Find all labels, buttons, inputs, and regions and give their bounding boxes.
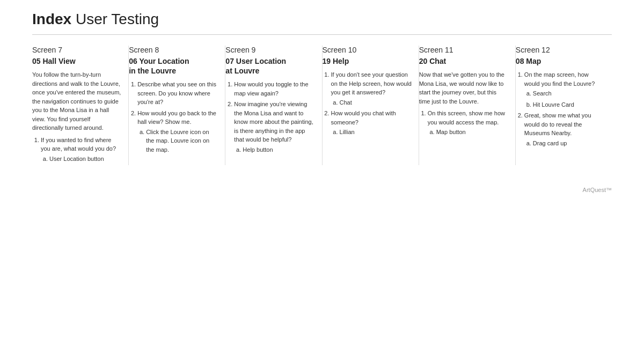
sub-list-item: Help button bbox=[243, 145, 315, 154]
sub-list-item: Lillian bbox=[340, 128, 412, 137]
sub-list-item: Hit Louvre Card bbox=[533, 100, 605, 109]
items-list-3: How would you toggle to the map view aga… bbox=[225, 80, 315, 154]
page-title: Index User Testing bbox=[32, 11, 612, 35]
screen-body-3: How would you toggle to the map view aga… bbox=[225, 80, 315, 154]
sub-items-list: Lillian bbox=[331, 128, 412, 137]
column-4: Screen 1019 HelpIf you don't see your qu… bbox=[323, 46, 419, 165]
list-item: Now imagine you're viewing the Mona Lisa… bbox=[234, 100, 315, 154]
screen-body-5: Now that we've gotten you to the Mona Li… bbox=[419, 70, 509, 137]
list-item: If you don't see your question on the He… bbox=[331, 70, 412, 107]
screen-body-4: If you don't see your question on the He… bbox=[323, 70, 412, 137]
screen-title-1: 05 Hall View bbox=[32, 56, 122, 66]
screen-title-3: 07 User Locationat Louvre bbox=[225, 56, 315, 76]
sub-list-item: Click the Louvre icon on the map. Louvre… bbox=[146, 128, 218, 154]
screen-number-6: Screen 12 bbox=[516, 46, 605, 54]
items-list-4: If you don't see your question on the He… bbox=[323, 70, 412, 137]
screen-title-4: 19 Help bbox=[323, 56, 412, 66]
sub-items-list: Click the Louvre icon on the map. Louvre… bbox=[137, 128, 218, 154]
screen-body-6: On the map screen, how would you find th… bbox=[516, 70, 605, 147]
column-6: Screen 1208 MapOn the map screen, how wo… bbox=[516, 46, 612, 165]
screen-number-2: Screen 8 bbox=[129, 46, 218, 54]
body-text: You follow the turn-by-turn directions a… bbox=[32, 70, 122, 132]
sub-items-list: Drag card up bbox=[524, 139, 605, 148]
columns: Screen 705 Hall ViewYou follow the turn-… bbox=[32, 46, 612, 165]
items-list-2: Describe what you see on this screen. Do… bbox=[129, 80, 218, 154]
screen-number-1: Screen 7 bbox=[32, 46, 122, 54]
title-light: User Testing bbox=[71, 11, 159, 27]
items-list-1: If you wanted to find where you are, wha… bbox=[32, 136, 122, 164]
screen-body-2: Describe what you see on this screen. Do… bbox=[129, 80, 218, 154]
column-3: Screen 907 User Locationat LouvreHow wou… bbox=[225, 46, 322, 165]
list-item: How would you go back to the hall view? … bbox=[137, 109, 218, 154]
list-item: If you wanted to find where you are, wha… bbox=[41, 136, 122, 164]
sub-list-item: User Location button bbox=[49, 154, 122, 164]
sub-list-item: Drag card up bbox=[533, 139, 605, 148]
screen-title-5: 20 Chat bbox=[419, 56, 509, 66]
footer: ArtQuest™ bbox=[0, 181, 644, 198]
column-1: Screen 705 Hall ViewYou follow the turn-… bbox=[32, 46, 129, 165]
screen-number-3: Screen 9 bbox=[225, 46, 315, 54]
screen-title-2: 06 Your Locationin the Louvre bbox=[129, 56, 218, 76]
page-container: Index User Testing Screen 705 Hall ViewY… bbox=[0, 0, 644, 176]
list-item: Describe what you see on this screen. Do… bbox=[137, 80, 218, 107]
column-2: Screen 806 Your Locationin the LouvreDes… bbox=[129, 46, 225, 165]
sub-list-item: Chat bbox=[340, 98, 412, 107]
screen-number-4: Screen 10 bbox=[323, 46, 412, 54]
items-list-5: On this screen, show me how you would ac… bbox=[419, 109, 509, 137]
list-item: How would you toggle to the map view aga… bbox=[234, 80, 315, 98]
brand-label: ArtQuest™ bbox=[583, 187, 612, 193]
sub-items-list: SearchHit Louvre Card bbox=[524, 89, 605, 109]
list-item: On the map screen, how would you find th… bbox=[524, 70, 605, 109]
title-bold: Index bbox=[32, 11, 71, 27]
intro-text: Now that we've gotten you to the Mona Li… bbox=[419, 70, 509, 106]
screen-title-6: 08 Map bbox=[516, 56, 605, 66]
list-item: On this screen, show me how you would ac… bbox=[428, 109, 509, 137]
screen-body-1: You follow the turn-by-turn directions a… bbox=[32, 70, 122, 163]
sub-items-list: User Location button bbox=[41, 154, 122, 164]
sub-items-list: Help button bbox=[234, 145, 315, 154]
sub-items-list: Map button bbox=[428, 128, 509, 137]
sub-list-item: Search bbox=[533, 89, 605, 98]
items-list-6: On the map screen, how would you find th… bbox=[516, 70, 605, 147]
sub-items-list: Chat bbox=[331, 98, 412, 107]
screen-number-5: Screen 11 bbox=[419, 46, 509, 54]
list-item: How would you chat with someone?Lillian bbox=[331, 109, 412, 137]
column-5: Screen 1120 ChatNow that we've gotten yo… bbox=[419, 46, 516, 165]
list-item: Great, show me what you would do to reve… bbox=[524, 111, 605, 147]
sub-list-item: Map button bbox=[436, 128, 509, 137]
